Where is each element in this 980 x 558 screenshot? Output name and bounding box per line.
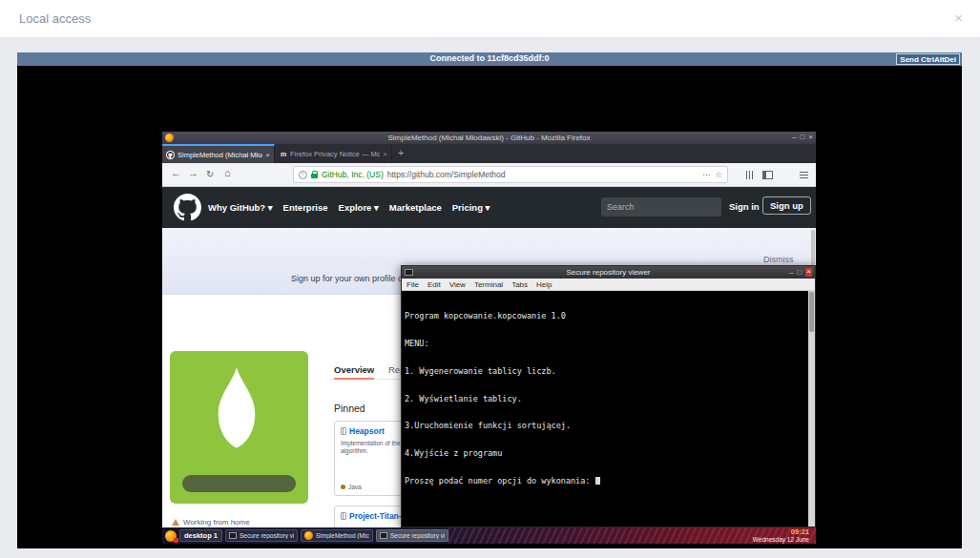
status-text: Working from home [183,518,250,527]
github-header: Why GitHub? ▾ Enterprise Explore ▾ Marke… [162,187,816,228]
terminal-line: 4.Wyjście z programu [405,449,805,459]
github-logo-icon[interactable] [174,194,201,221]
send-ctrl-alt-del-button[interactable]: Send CtrlAltDel [896,53,960,65]
sign-up-button[interactable]: Sign up [762,196,811,215]
tent-icon [172,519,179,526]
github-favicon-icon [166,151,175,159]
language-dot-icon [341,485,345,489]
bookmark-star-icon[interactable]: ☆ [715,170,722,179]
scrollbar-thumb[interactable] [809,292,814,332]
remote-desktop: SimpleMethod (Michał Młodawski) - GitHub… [162,132,816,544]
tab-overview[interactable]: Overview [334,364,374,380]
repo-language: Java [341,484,362,490]
task-button-firefox[interactable]: SimpleMethod (Mich... [301,529,373,542]
task-label: Secure repository vie... [390,532,445,539]
github-nav: Why GitHub? ▾ Enterprise Explore ▾ Marke… [208,187,490,228]
firefox-launcher-icon[interactable] [165,530,177,542]
security-label: GitHub, Inc. (US) [322,170,384,179]
forward-button[interactable]: → [188,168,198,178]
maximize-icon[interactable]: □ [797,268,802,277]
sign-in-link[interactable]: Sign in [729,201,760,212]
browser-tab-simplemethod[interactable]: SimpleMethod (Michał Młod... × [162,144,275,163]
library-icon[interactable] [746,171,754,179]
firefox-titlebar[interactable]: SimpleMethod (Michał Młodawski) - GitHub… [162,132,816,144]
tab-label: SimpleMethod (Michał Młod... [177,151,262,159]
terminal-title: Secure repository viewer [402,268,815,277]
reload-button[interactable]: ↻ [206,169,214,179]
nav-explore[interactable]: Explore ▾ [339,202,379,213]
minimize-icon[interactable]: – [792,133,796,141]
menu-help[interactable]: Help [536,280,552,289]
desktop-pager[interactable]: desktop 1 [179,529,222,542]
nav-marketplace[interactable]: Marketplace [389,202,442,213]
local-access-titlebar: Local access × [0,0,980,38]
avatar-banner [182,475,296,492]
task-label: Secure repository vie... [240,532,294,539]
nav-enterprise[interactable]: Enterprise [283,202,328,213]
profile-status: Working from home [172,518,250,527]
sidebar-icon[interactable] [762,171,773,179]
nav-why-github[interactable]: Why GitHub? ▾ [208,202,273,213]
connection-status: Connected to 11cf8cd35ddf:0 [17,53,962,63]
clock-time: 09:21 [791,528,809,536]
repo-icon [341,427,346,435]
page-actions-icon[interactable]: ⋯ [702,170,711,179]
mozilla-favicon-icon: m [280,151,287,157]
dismiss-link[interactable]: Dismiss [763,255,794,264]
github-search-input[interactable] [601,197,721,217]
firefox-navbar: ← → ↻ ⌂ GitHub, Inc. (US) https://github… [162,163,816,187]
tab-close-icon[interactable]: × [383,150,387,158]
task-button-terminal-2[interactable]: Secure repository vie... [376,529,448,542]
home-button[interactable]: ⌂ [224,168,231,178]
close-icon[interactable]: × [954,10,963,26]
task-label: SimpleMethod (Mich... [316,532,369,539]
terminal-window: Secure repository viewer – □ × File Edit… [401,265,816,527]
language-label: Java [348,484,362,490]
repo-link[interactable]: Heapsort [349,426,385,436]
back-button[interactable]: ← [171,168,181,178]
hamburger-menu-icon[interactable] [800,172,808,178]
terminal-titlebar[interactable]: Secure repository viewer – □ × [402,266,815,279]
console-header: Connected to 11cf8cd35ddf:0 Send CtrlAlt… [17,52,962,66]
nav-pricing[interactable]: Pricing ▾ [452,202,490,213]
browser-tab-privacy-notice[interactable]: m Firefox Privacy Notice — Mo... × [276,144,392,163]
vnc-console: Connected to 11cf8cd35ddf:0 Send CtrlAlt… [17,52,962,548]
firefox-window-controls: – □ × [792,133,813,141]
terminal-line: 3.Uruchomienie funkcji sortującej. [405,422,805,431]
terminal-line: Proszę podać numer opcji do wykonania: [405,477,805,486]
terminal-line: 2. Wyświetlanie tablicy. [405,395,805,404]
menu-view[interactable]: View [449,280,466,289]
minimize-icon[interactable]: – [789,268,793,277]
page-title: Local access [19,11,91,26]
menu-edit[interactable]: Edit [427,280,441,289]
menu-terminal[interactable]: Terminal [474,280,503,289]
flame-logo-icon [202,361,271,460]
close-icon[interactable]: × [805,268,812,277]
firefox-icon [304,531,313,540]
task-button-terminal-1[interactable]: Secure repository vie... [225,529,298,542]
remote-screen[interactable]: SimpleMethod (Michał Młodawski) - GitHub… [17,66,962,548]
menu-tabs[interactable]: Tabs [511,280,528,289]
terminal-line: MENU: [405,340,805,349]
terminal-cursor [595,477,600,485]
new-tab-button[interactable]: + [398,147,404,158]
repo-link[interactable]: Project-Titan- [349,511,402,521]
pinned-heading: Pinned [334,403,365,414]
url-bar[interactable]: GitHub, Inc. (US) https://github.com/Sim… [293,166,728,183]
notification-badge [174,538,178,543]
menu-file[interactable]: File [407,280,419,289]
profile-avatar[interactable] [170,351,308,504]
lock-icon [311,174,318,178]
terminal-scrollbar[interactable] [808,291,815,527]
taskbar-clock[interactable]: 09:21 Wednesday 12 June [753,528,813,544]
terminal-body[interactable]: Program kopcowanie.kopcowanie 1.0 MENU: … [402,291,808,527]
maximize-icon[interactable]: □ [800,133,804,141]
site-info-icon[interactable] [299,171,307,179]
terminal-menubar: File Edit View Terminal Tabs Help [402,279,815,291]
tab-label: Firefox Privacy Notice — Mo... [290,150,380,158]
taskbar: desktop 1 Secure repository vie... Simpl… [162,527,816,544]
terminal-line: 1. Wygenerowanie tablicy liczb. [405,367,805,377]
tab-close-icon[interactable]: × [265,151,270,159]
firefox-window-title: SimpleMethod (Michał Młodawski) - GitHub… [162,134,816,142]
close-icon[interactable]: × [808,133,813,141]
